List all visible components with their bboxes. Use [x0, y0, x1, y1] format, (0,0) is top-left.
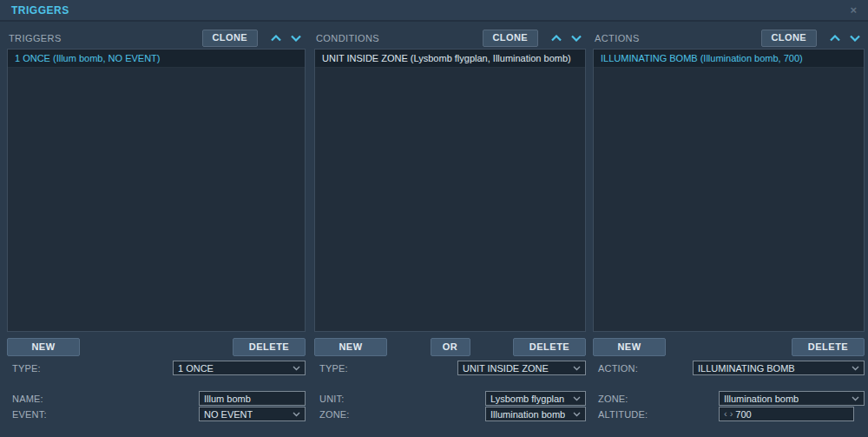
- close-icon[interactable]: ×: [850, 4, 857, 16]
- trigger-name-row: NAME:: [7, 391, 306, 406]
- trigger-list-item[interactable]: 1 ONCE (Illum bomb, NO EVENT): [8, 50, 305, 68]
- actions-clone-button[interactable]: CLONE: [761, 30, 818, 47]
- condition-type-select[interactable]: UNIT INSIDE ZONE: [457, 361, 586, 375]
- condition-zone-label: ZONE:: [314, 409, 350, 420]
- condition-unit-select[interactable]: Lysbomb flygplan: [485, 391, 586, 406]
- chevron-down-icon: [852, 396, 859, 401]
- window-title: TRIGGERS: [11, 4, 69, 17]
- conditions-move-up-button[interactable]: [546, 30, 566, 46]
- trigger-event-label: EVENT:: [7, 409, 47, 420]
- actions-panel-label: ACTIONS: [593, 33, 761, 43]
- condition-unit-value: Lysbomb flygplan: [490, 394, 564, 404]
- actions-new-button[interactable]: NEW: [593, 338, 666, 356]
- triggers-panel-label: TRIGGERS: [7, 33, 202, 43]
- trigger-type-value: 1 ONCE: [178, 363, 214, 374]
- action-zone-value: Illumination bomb: [724, 394, 799, 404]
- chevron-up-icon: [829, 35, 841, 42]
- action-type-value: ILLUMINATING BOMB: [698, 363, 795, 374]
- actions-button-row: NEW DELETE: [593, 338, 865, 356]
- action-zone-row: ZONE: Illumination bomb: [593, 391, 865, 406]
- condition-type-row: TYPE: UNIT INSIDE ZONE: [314, 361, 586, 375]
- chevron-up-icon: [550, 35, 562, 42]
- triggers-list: 1 ONCE (Illum bomb, NO EVENT): [7, 49, 306, 332]
- triggers-panel-header: TRIGGERS CLONE: [7, 29, 306, 48]
- conditions-clone-button[interactable]: CLONE: [483, 30, 539, 47]
- conditions-move-down-button[interactable]: [566, 30, 586, 46]
- actions-list: ILLUMINATING BOMB (Illumination bomb, 70…: [593, 49, 865, 332]
- condition-type-value: UNIT INSIDE ZONE: [463, 363, 549, 374]
- chevron-down-icon: [849, 35, 861, 42]
- conditions-panel-label: CONDITIONS: [314, 33, 483, 43]
- triggers-clone-button[interactable]: CLONE: [202, 30, 259, 47]
- action-zone-select[interactable]: Illumination bomb: [719, 391, 865, 406]
- actions-panel-header: ACTIONS CLONE: [593, 29, 865, 48]
- trigger-name-input[interactable]: [199, 391, 306, 406]
- trigger-event-row: EVENT: NO EVENT: [7, 407, 306, 421]
- condition-unit-row: UNIT: Lysbomb flygplan: [314, 391, 586, 406]
- actions-delete-button[interactable]: DELETE: [792, 338, 865, 356]
- actions-move-up-button[interactable]: [825, 30, 845, 46]
- conditions-button-row: NEW OR DELETE: [314, 338, 586, 356]
- conditions-or-button[interactable]: OR: [431, 338, 470, 356]
- chevron-up-icon: [270, 35, 282, 42]
- trigger-type-label: TYPE:: [7, 363, 41, 374]
- chevron-down-icon: [293, 366, 300, 371]
- chevron-down-icon: [570, 35, 582, 42]
- triggers-delete-button[interactable]: DELETE: [233, 338, 306, 356]
- conditions-new-button[interactable]: NEW: [314, 338, 387, 356]
- chevron-down-icon: [852, 366, 859, 371]
- action-altitude-row: ALTITUDE: ‹ › 700: [593, 407, 865, 421]
- conditions-panel: CONDITIONS CLONE UNIT INSIDE ZONE (Lysbo…: [314, 29, 586, 421]
- conditions-delete-button[interactable]: DELETE: [513, 338, 586, 356]
- trigger-name-label: NAME:: [7, 394, 43, 404]
- action-type-row: ACTION: ILLUMINATING BOMB: [593, 361, 865, 375]
- triggers-move-down-button[interactable]: [286, 30, 306, 46]
- chevron-down-icon: [573, 412, 581, 417]
- chevron-down-icon: [290, 35, 302, 42]
- action-altitude-label: ALTITUDE:: [593, 409, 648, 420]
- triggers-panel: TRIGGERS CLONE 1 ONCE (Illum bomb, NO EV…: [7, 29, 306, 421]
- actions-panel: ACTIONS CLONE ILLUMINATING BOMB (Illumin…: [593, 29, 865, 421]
- trigger-type-row: TYPE: 1 ONCE: [7, 361, 306, 375]
- conditions-list: UNIT INSIDE ZONE (Lysbomb flygplan, Illu…: [314, 49, 586, 332]
- action-type-select[interactable]: ILLUMINATING BOMB: [693, 361, 865, 375]
- trigger-type-select[interactable]: 1 ONCE: [173, 361, 306, 375]
- chevron-down-icon: [573, 366, 581, 371]
- triggers-button-row: NEW DELETE: [7, 338, 306, 356]
- action-type-label: ACTION:: [593, 363, 638, 374]
- condition-unit-label: UNIT:: [314, 394, 345, 404]
- condition-zone-select[interactable]: Illumination bomb: [485, 407, 586, 421]
- trigger-event-select[interactable]: NO EVENT: [199, 407, 306, 421]
- chevron-down-icon: [293, 412, 300, 417]
- condition-list-item[interactable]: UNIT INSIDE ZONE (Lysbomb flygplan, Illu…: [315, 50, 585, 68]
- chevron-down-icon: [573, 396, 581, 401]
- window-titlebar: TRIGGERS ×: [0, 0, 868, 22]
- stepper-decrement-icon[interactable]: ‹: [724, 409, 727, 419]
- action-altitude-stepper[interactable]: ‹ › 700: [719, 407, 854, 421]
- stepper-increment-icon[interactable]: ›: [730, 409, 733, 419]
- action-list-item[interactable]: ILLUMINATING BOMB (Illumination bomb, 70…: [594, 50, 864, 68]
- triggers-new-button[interactable]: NEW: [7, 338, 80, 356]
- condition-zone-value: Illumination bomb: [490, 409, 565, 420]
- condition-zone-row: ZONE: Illumination bomb: [314, 407, 586, 421]
- conditions-panel-header: CONDITIONS CLONE: [314, 29, 586, 48]
- actions-move-down-button[interactable]: [845, 30, 865, 46]
- action-altitude-value: 700: [735, 409, 751, 420]
- action-zone-label: ZONE:: [593, 394, 628, 404]
- triggers-move-up-button[interactable]: [266, 30, 286, 46]
- condition-type-label: TYPE:: [314, 363, 348, 374]
- trigger-event-value: NO EVENT: [204, 409, 253, 420]
